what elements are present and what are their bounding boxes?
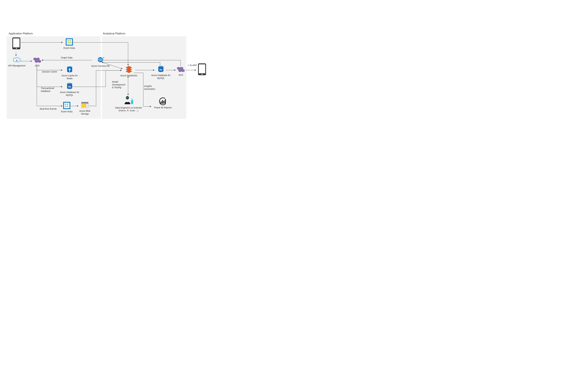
- svg-rect-57: [160, 102, 162, 104]
- aks-icon: [33, 57, 42, 64]
- svg-rect-59: [164, 101, 164, 104]
- application-platform-title: Application Platform: [9, 32, 33, 35]
- redis-node: Azure Cache for Redis: [58, 66, 82, 80]
- blob-storage-label: Azure Blob Storage: [77, 110, 93, 115]
- event-hubs-icon: [66, 38, 73, 46]
- power-bi-label: Power BI Reports: [151, 106, 174, 109]
- event-hubs-top-label: Event Hubs: [62, 47, 76, 50]
- device-icon: [12, 37, 21, 50]
- power-bi-icon: [158, 97, 168, 105]
- databricks-label: Azure Databricks: [118, 74, 139, 77]
- svg-text:My: My: [160, 68, 162, 71]
- architecture-diagram: Application Platform Analytical Platform: [0, 0, 235, 156]
- svg-rect-35: [84, 104, 86, 106]
- blob-storage-icon: [81, 102, 89, 109]
- data-scientist-sublabel: (Python, R, Scala …): [114, 109, 143, 112]
- cosmos-db-label: Azure Cosmos DB: [89, 65, 112, 68]
- data-scientist-label: Data Engineers & Scientist: [114, 106, 143, 109]
- mysql-left-label: Azure Database for MySQL: [57, 91, 82, 96]
- cloud-api-icon: [12, 56, 21, 64]
- event-hubs-bottom-label: Event Hubs: [60, 110, 74, 113]
- svg-rect-36: [82, 106, 84, 107]
- event-hubs-top-node: Event Hubs: [62, 38, 76, 50]
- svg-rect-62: [199, 64, 205, 73]
- svg-marker-53: [127, 101, 128, 102]
- aks-node-left: AKS: [32, 57, 42, 67]
- edge-graph-data: Graph Data: [61, 56, 72, 59]
- aks-icon: [177, 66, 185, 73]
- svg-marker-17: [38, 60, 41, 63]
- svg-rect-22: [70, 42, 70, 43]
- svg-text:My: My: [68, 86, 71, 88]
- svg-rect-11: [13, 38, 20, 48]
- edge-insights-generation: Insights Generation: [144, 85, 155, 90]
- mysql-icon: My: [66, 82, 73, 90]
- svg-rect-19: [68, 40, 69, 41]
- aks-left-label: AKS: [32, 64, 42, 67]
- tablet-icon: [198, 63, 206, 76]
- mysql-right-node: My Azure Database for MySQL: [150, 66, 172, 80]
- svg-marker-16: [35, 60, 38, 63]
- svg-point-12: [16, 48, 17, 49]
- svg-rect-29: [67, 104, 68, 105]
- cosmos-db-node: Azure Cosmos DB: [89, 56, 112, 68]
- svg-rect-27: [64, 102, 70, 109]
- mysql-icon: My: [157, 66, 164, 73]
- svg-rect-37: [84, 106, 86, 107]
- svg-point-13: [16, 60, 18, 61]
- svg-rect-34: [82, 104, 84, 106]
- mysql-left-node: My Azure Database for MySQL: [57, 82, 82, 96]
- svg-rect-60: [165, 99, 166, 104]
- svg-rect-18: [66, 39, 72, 45]
- event-hubs-icon: [63, 102, 70, 109]
- power-bi-node: Power BI Reports: [151, 97, 174, 109]
- svg-marker-48: [178, 69, 182, 72]
- data-scientist-node: Data Engineers & Scientist (Python, R, S…: [114, 96, 143, 112]
- svg-marker-43: [126, 70, 132, 73]
- svg-marker-49: [182, 69, 184, 72]
- svg-rect-55: [132, 98, 132, 100]
- event-hubs-bottom-node: Event Hubs: [60, 102, 74, 113]
- edge-transactional-db: Transactional Database: [41, 87, 54, 92]
- svg-rect-32: [81, 102, 88, 104]
- svg-rect-31: [67, 106, 68, 107]
- edge-model-development: Model Development & Testing: [112, 80, 125, 89]
- databricks-node: Azure Databricks: [118, 66, 139, 77]
- api-management-node: API Management: [6, 56, 27, 67]
- svg-rect-21: [68, 42, 69, 43]
- api-management-label: API Management: [6, 64, 27, 67]
- device-right-icon: [197, 63, 207, 76]
- cosmos-db-icon: [96, 56, 105, 64]
- redis-icon: [66, 66, 73, 73]
- svg-rect-20: [70, 40, 70, 41]
- svg-rect-30: [65, 106, 66, 107]
- data-scientist-icon: [123, 96, 134, 106]
- aks-right-label: AKS: [176, 74, 186, 76]
- svg-point-63: [202, 74, 202, 75]
- tablet-icon: [12, 37, 21, 50]
- blob-storage-node: Azure Blob Storage: [77, 102, 93, 115]
- redis-label: Azure Cache for Redis: [58, 74, 82, 80]
- edge-session-cache: Session Cache: [42, 70, 57, 73]
- mysql-right-label: Azure Database for MySQL: [150, 74, 172, 80]
- edge-real-time-events: Real time Events: [40, 108, 57, 110]
- aks-node-right: AKS: [176, 66, 186, 76]
- analytical-platform-title: Analytical Platform: [103, 32, 125, 35]
- svg-rect-28: [65, 104, 66, 105]
- svg-rect-58: [162, 100, 163, 104]
- databricks-icon: [124, 66, 133, 73]
